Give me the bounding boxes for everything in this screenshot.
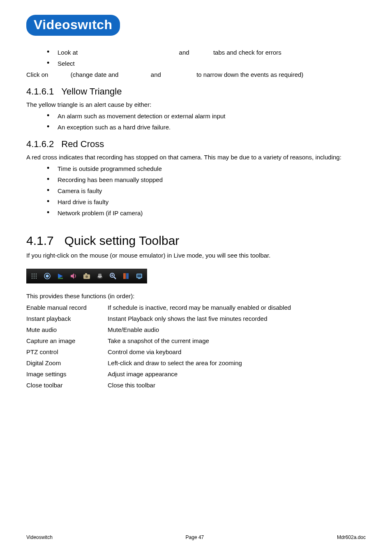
table-row: Close toolbarClose this toolbar xyxy=(26,382,366,389)
intro-bullet-list: Look at and tabs and check for errors Se… xyxy=(47,48,366,68)
text: Click on xyxy=(26,71,50,78)
function-name: PTZ control xyxy=(26,348,108,355)
function-desc: Instant Playback only shows the last fiv… xyxy=(108,315,267,322)
svg-point-6 xyxy=(32,278,33,279)
text: Look at xyxy=(58,48,79,57)
document-page: Videoswıtch Look at and tabs and check f… xyxy=(0,0,392,555)
function-name: Close toolbar xyxy=(26,382,108,389)
close-toolbar-icon xyxy=(135,272,144,281)
red-lead: A red cross indicates that recording has… xyxy=(26,153,366,162)
heading-title: Red Cross xyxy=(61,139,104,150)
text: Network problem (if IP camera) xyxy=(58,210,143,216)
svg-point-7 xyxy=(34,278,35,279)
function-name: Instant playback xyxy=(26,315,108,322)
list-item: Network problem (if IP camera) xyxy=(47,209,366,217)
quick-toolbar-figure xyxy=(26,269,366,283)
quick-lead: If you right-click on the mouse (or mous… xyxy=(26,251,366,260)
list-item: Select xyxy=(47,59,366,68)
heading-title: Quick setting Toolbar xyxy=(65,234,180,248)
svg-marker-13 xyxy=(71,273,74,279)
page-footer: Videoswitch Page 47 Mdr602a.doc xyxy=(26,534,366,540)
brand-logo: Videoswıtch xyxy=(26,15,120,36)
table-row: Digital ZoomLeft-click and draw to selec… xyxy=(26,359,366,366)
yellow-bullet-list: An alarm such as movement detection or e… xyxy=(47,112,366,131)
intro-clickon-text: Click on (change date and and to narrow … xyxy=(26,70,366,79)
quick-provides-text: This provides these functions (in order)… xyxy=(26,292,366,301)
functions-table: Enable manual recordIf schedule is inact… xyxy=(26,304,366,389)
function-name: Mute audio xyxy=(26,326,108,333)
function-desc: Mute/Enable audio xyxy=(108,326,159,333)
svg-point-15 xyxy=(85,276,88,278)
list-item: Hard drive is faulty xyxy=(47,198,366,206)
function-name: Enable manual record xyxy=(26,304,108,311)
brand-logo-text: Videoswıtch xyxy=(34,17,113,32)
svg-rect-19 xyxy=(98,274,101,276)
svg-rect-25 xyxy=(126,273,129,279)
heading-title: Yellow Triangle xyxy=(61,86,122,97)
text: and xyxy=(151,71,163,78)
text: An alarm such as movement detection or e… xyxy=(58,113,226,120)
heading-yellow-triangle: 4.1.6.1 Yellow Triangle xyxy=(26,86,366,97)
svg-point-0 xyxy=(32,274,33,275)
ptz-icon xyxy=(95,272,104,281)
heading-number: 4.1.6.2 xyxy=(26,139,54,150)
heading-number: 4.1.6.1 xyxy=(26,86,54,97)
svg-point-1 xyxy=(34,274,35,275)
svg-rect-27 xyxy=(137,274,141,277)
list-item: Recording has been manually stopped xyxy=(47,175,366,184)
heading-quick-setting-toolbar: 4.1.7 Quick setting Toolbar xyxy=(26,234,366,248)
footer-left: Videoswitch xyxy=(26,534,53,540)
text: (change date and xyxy=(71,71,120,78)
yellow-lead: The yellow triangle is an alert cause by… xyxy=(26,100,366,109)
text: Recording has been manually stopped xyxy=(58,176,163,183)
function-name: Digital Zoom xyxy=(26,359,108,366)
svg-rect-12 xyxy=(58,278,63,279)
list-item: An alarm such as movement detection or e… xyxy=(47,112,366,120)
svg-line-21 xyxy=(114,277,116,279)
function-name: Image settings xyxy=(26,371,108,378)
text: tabs and check for errors xyxy=(212,48,281,57)
function-name: Capture an image xyxy=(26,337,108,344)
function-desc: Take a snapshot of the current image xyxy=(108,337,209,344)
text: Hard drive is faulty xyxy=(58,198,108,205)
playback-icon xyxy=(56,272,65,281)
table-row: Instant playbackInstant Playback only sh… xyxy=(26,315,366,322)
text: and xyxy=(177,48,191,57)
svg-point-4 xyxy=(34,276,35,277)
function-desc: Left-click and draw to select the area f… xyxy=(108,359,242,366)
heading-number: 4.1.7 xyxy=(26,234,54,248)
image-settings-icon xyxy=(122,272,131,281)
list-item: Look at and tabs and check for errors xyxy=(47,48,366,57)
footer-right: Mdr602a.doc xyxy=(337,534,366,540)
audio-icon xyxy=(69,272,78,281)
table-row: PTZ controlControl dome via keyboard xyxy=(26,348,366,355)
camera-snapshot-icon xyxy=(82,272,91,281)
footer-center: Page 47 xyxy=(186,534,204,540)
svg-point-8 xyxy=(36,278,37,279)
svg-point-3 xyxy=(32,276,33,277)
function-desc: Control dome via keyboard xyxy=(108,348,181,355)
table-row: Image settingsAdjust image appearance xyxy=(26,371,366,378)
record-icon xyxy=(43,272,52,281)
text: Select xyxy=(58,60,75,67)
svg-point-2 xyxy=(36,274,37,275)
svg-rect-24 xyxy=(123,273,126,279)
list-item: Time is outside programmed schedule xyxy=(47,164,366,173)
list-item: An exception such as a hard drive failur… xyxy=(47,123,366,131)
table-row: Enable manual recordIf schedule is inact… xyxy=(26,304,366,311)
text: An exception such as a hard drive failur… xyxy=(58,124,171,131)
function-desc: Close this toolbar xyxy=(108,382,155,389)
red-bullet-list: Time is outside programmed schedule Reco… xyxy=(47,164,366,217)
svg-point-10 xyxy=(46,275,49,278)
list-item: Camera is faulty xyxy=(47,187,366,195)
function-desc: Adjust image appearance xyxy=(108,371,178,378)
heading-red-cross: 4.1.6.2 Red Cross xyxy=(26,139,366,150)
table-row: Capture an imageTake a snapshot of the c… xyxy=(26,337,366,344)
svg-point-5 xyxy=(36,276,37,277)
text: to narrow down the events as required) xyxy=(196,71,303,78)
function-desc: If schedule is inactive, record may be m… xyxy=(108,304,291,311)
zoom-icon xyxy=(108,272,118,281)
svg-rect-28 xyxy=(138,278,141,279)
svg-rect-16 xyxy=(85,273,87,275)
table-row: Mute audioMute/Enable audio xyxy=(26,326,366,333)
